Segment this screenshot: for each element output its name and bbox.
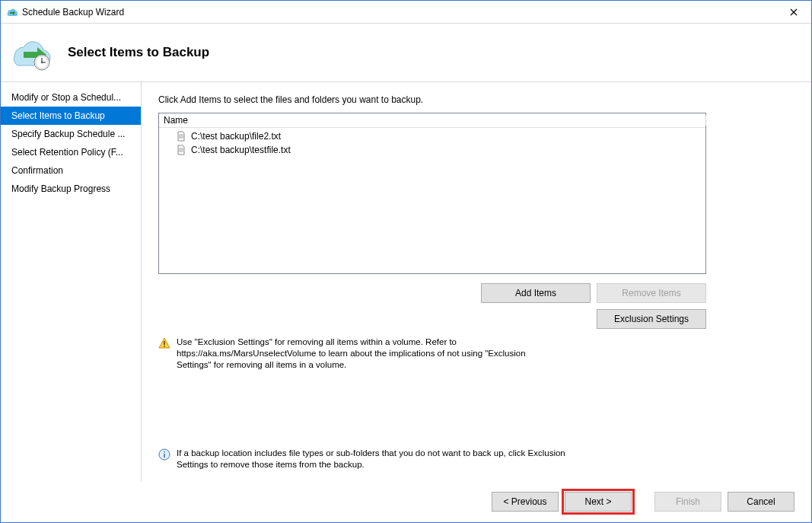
- add-items-button[interactable]: Add Items: [481, 283, 591, 303]
- list-item[interactable]: C:\test backup\file2.txt: [176, 129, 705, 143]
- wizard-main: Click Add Items to select the files and …: [142, 82, 811, 481]
- exclusion-button-row: Exclusion Settings: [158, 309, 706, 329]
- file-icon: [176, 131, 186, 142]
- svg-rect-6: [164, 346, 165, 347]
- svg-point-4: [41, 62, 43, 63]
- file-icon: [176, 145, 186, 155]
- finish-button: Finish: [654, 492, 721, 512]
- wizard-footer: < Previous Next > Finish Cancel: [1, 481, 811, 522]
- cancel-button[interactable]: Cancel: [728, 492, 794, 512]
- wizard-body: Modify or Stop a Schedul... Select Items…: [1, 81, 811, 481]
- svg-rect-9: [164, 451, 165, 453]
- wizard-steps-sidebar: Modify or Stop a Schedul... Select Items…: [1, 82, 142, 481]
- info-text: If a backup location includes file types…: [177, 448, 584, 470]
- titlebar: Schedule Backup Wizard: [1, 1, 811, 24]
- step-select-items[interactable]: Select Items to Backup: [1, 107, 141, 125]
- warning-icon: [158, 337, 170, 349]
- wizard-header: Select Items to Backup: [1, 24, 811, 81]
- previous-button[interactable]: < Previous: [492, 492, 559, 512]
- item-path: C:\test backup\testfile.txt: [191, 145, 291, 155]
- list-item[interactable]: C:\test backup\testfile.txt: [176, 143, 705, 157]
- step-modify-progress[interactable]: Modify Backup Progress: [1, 180, 141, 198]
- step-modify-or-stop[interactable]: Modify or Stop a Schedul...: [1, 88, 141, 107]
- svg-rect-8: [164, 454, 165, 458]
- items-listbox[interactable]: Name C:\test backup\file2.txt C:\test ba…: [158, 113, 706, 274]
- svg-rect-5: [164, 341, 165, 345]
- items-container: C:\test backup\file2.txt C:\test backup\…: [159, 128, 705, 157]
- step-confirmation[interactable]: Confirmation: [1, 161, 141, 180]
- warning-text: Use "Exclusion Settings" for removing al…: [177, 336, 554, 371]
- backup-logo-icon: [8, 33, 54, 72]
- exclusion-settings-button[interactable]: Exclusion Settings: [597, 309, 706, 329]
- close-button[interactable]: [776, 1, 811, 24]
- step-specify-schedule[interactable]: Specify Backup Schedule ...: [1, 125, 141, 143]
- page-title: Select Items to Backup: [68, 45, 209, 60]
- item-path: C:\test backup\file2.txt: [191, 131, 281, 142]
- info-icon: [158, 448, 170, 461]
- app-icon: [5, 6, 18, 18]
- warning-note: Use "Exclusion Settings" for removing al…: [158, 336, 554, 371]
- window-title: Schedule Backup Wizard: [22, 7, 776, 18]
- info-note: If a backup location includes file types…: [158, 417, 584, 470]
- column-header-name[interactable]: Name: [159, 113, 705, 128]
- remove-items-button: Remove Items: [597, 283, 706, 303]
- item-buttons-row: Add Items Remove Items: [158, 283, 706, 303]
- column-headers: Name: [159, 113, 705, 128]
- wizard-window: Schedule Backup Wizard Select Items to B…: [0, 0, 812, 523]
- step-retention-policy[interactable]: Select Retention Policy (F...: [1, 143, 141, 161]
- instruction-text: Click Add Items to select the files and …: [158, 94, 794, 105]
- next-button[interactable]: Next >: [565, 492, 632, 512]
